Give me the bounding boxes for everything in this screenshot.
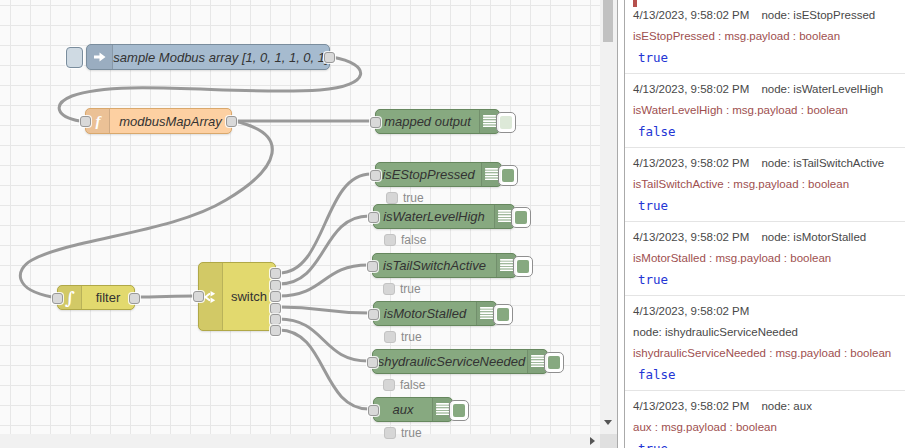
scroll-down-arrow-icon[interactable]: [604, 420, 612, 425]
debug-value[interactable]: true: [633, 269, 897, 290]
node-label: filter: [82, 286, 134, 309]
node-status: true: [383, 282, 421, 296]
debug-property-path: ishydraulicServiceNeeded : msg.payload :…: [633, 343, 897, 364]
debug-list-icon: [494, 205, 514, 228]
node-label: isTailSwitchActive: [373, 254, 496, 277]
debug-timestamp: 4/13/2023, 9:58:02 PM: [633, 79, 749, 100]
debug-messages: 4/13/2023, 9:58:02 PMnode: isEStopPresse…: [625, 0, 905, 448]
node-debug-ishydraulicServiceNeeded[interactable]: ishydraulicServiceNeededfalse: [372, 349, 548, 374]
debug-timestamp: 4/13/2023, 9:58:02 PM: [633, 227, 749, 248]
status-badge-icon: [384, 234, 396, 246]
output-port-2[interactable]: [270, 280, 281, 291]
input-port[interactable]: [193, 291, 204, 302]
debug-list-icon: [527, 350, 547, 373]
debug-value[interactable]: true: [633, 438, 897, 448]
debug-property-path: isWaterLevelHigh : msg.payload : boolean: [633, 100, 897, 121]
input-port[interactable]: [368, 212, 379, 223]
scrollbar-corner: [600, 434, 618, 448]
svg-text:∫: ∫: [65, 288, 75, 308]
output-port-1[interactable]: [270, 268, 281, 279]
input-port[interactable]: [368, 309, 379, 320]
debug-node-ref: node: isMotorStalled: [761, 227, 866, 248]
debug-list-icon: [432, 398, 452, 421]
input-port[interactable]: [367, 357, 378, 368]
node-debug-isEStopPressed[interactable]: isEStopPressedtrue: [375, 162, 502, 187]
wire-switch:4-to-debug-isMotorStalled[interactable]: [279, 307, 369, 313]
debug-message-header: 4/13/2023, 9:58:02 PMnode: isWaterLevelH…: [633, 79, 897, 100]
debug-scroll-marker: [633, 0, 637, 7]
debug-message-header: 4/13/2023, 9:58:02 PMnode: ishydraulicSe…: [633, 301, 897, 343]
debug-toggle-button[interactable]: [511, 207, 531, 228]
status-badge-icon: [384, 427, 396, 439]
debug-value[interactable]: false: [633, 121, 897, 142]
node-status: true: [386, 191, 424, 205]
node-label: modbusMapArray: [110, 109, 231, 133]
input-port[interactable]: [367, 261, 378, 272]
output-port-1[interactable]: [324, 52, 335, 63]
output-port-4[interactable]: [270, 303, 281, 314]
debug-value[interactable]: false: [633, 364, 897, 385]
node-debug-aux[interactable]: auxtrue: [373, 397, 453, 422]
input-port[interactable]: [370, 170, 381, 181]
output-port-5[interactable]: [270, 314, 281, 325]
debug-toggle-state: [502, 169, 514, 182]
vertical-scrollbar-thumb[interactable]: [603, 0, 613, 42]
debug-toggle-state: [500, 116, 512, 129]
flow-canvas[interactable]: sample Modbus array [1, 0, 1, 1, 0, 1]fm…: [0, 0, 618, 434]
output-port-6[interactable]: [270, 325, 281, 336]
debug-toggle-button[interactable]: [498, 165, 518, 186]
debug-property-path: isEStopPressed : msg.payload : boolean: [633, 26, 897, 47]
node-label: ishydraulicServiceNeeded: [373, 350, 527, 373]
status-badge-icon: [386, 192, 398, 204]
debug-toggle-button[interactable]: [496, 112, 516, 133]
inject-trigger-button[interactable]: [66, 47, 83, 68]
node-inject-sample[interactable]: sample Modbus array [1, 0, 1, 1, 0, 1]: [86, 44, 330, 70]
node-label: isWaterLevelHigh: [374, 205, 494, 228]
wire-switch:5-to-debug-ishydraulicServiceNeeded[interactable]: [279, 319, 368, 361]
debug-toggle-state: [497, 308, 509, 321]
status-text: false: [400, 378, 425, 392]
debug-message-header: 4/13/2023, 9:58:02 PMnode: isTailSwitchA…: [633, 153, 897, 174]
status-text: true: [400, 282, 421, 296]
input-port[interactable]: [368, 405, 379, 416]
node-debug-isWaterLevelHigh[interactable]: isWaterLevelHighfalse: [373, 204, 515, 229]
debug-message: 4/13/2023, 9:58:02 PMnode: isTailSwitchA…: [625, 148, 905, 222]
canvas-horizontal-scrollbar[interactable]: [0, 434, 600, 448]
debug-timestamp: 4/13/2023, 9:58:02 PM: [633, 396, 749, 417]
wire-filter-to-switch[interactable]: [137, 296, 194, 297]
debug-toggle-button[interactable]: [493, 304, 513, 325]
debug-toggle-button[interactable]: [513, 256, 533, 277]
debug-property-path: aux : msg.payload : boolean: [633, 417, 897, 438]
input-port[interactable]: [52, 293, 63, 304]
node-label: switch: [223, 263, 275, 330]
status-text: true: [401, 426, 422, 440]
node-debug-isMotorStalled[interactable]: isMotorStalledtrue: [373, 301, 497, 326]
input-port[interactable]: [370, 117, 381, 128]
canvas-vertical-scrollbar[interactable]: [600, 0, 617, 434]
status-badge-icon: [383, 283, 395, 295]
node-red-window: sample Modbus array [1, 0, 1, 1, 0, 1]fm…: [0, 0, 905, 448]
wire-switch:1-to-debug-isEStopPressed[interactable]: [279, 174, 371, 273]
inject-arrow-icon: [87, 45, 113, 69]
debug-toggle-button[interactable]: [449, 400, 469, 421]
debug-value[interactable]: true: [633, 195, 897, 216]
node-debug-isTailSwitchActive[interactable]: isTailSwitchActivetrue: [372, 253, 517, 278]
debug-sidebar[interactable]: 4/13/2023, 9:58:02 PMnode: isEStopPresse…: [625, 0, 905, 448]
node-filter[interactable]: ∫filter: [57, 285, 135, 310]
node-function-modbusMapArray[interactable]: fmodbusMapArray: [85, 108, 232, 134]
debug-value[interactable]: true: [633, 47, 897, 68]
debug-toggle-button[interactable]: [544, 352, 564, 373]
node-label: sample Modbus array [1, 0, 1, 1, 0, 1]: [113, 45, 329, 69]
node-debug-mapped-output[interactable]: mapped output: [375, 109, 500, 134]
scroll-right-arrow-icon[interactable]: [590, 437, 595, 445]
sidebar-resize-handle[interactable]: [617, 0, 625, 448]
node-label: isEStopPressed: [376, 163, 481, 186]
output-port-1[interactable]: [226, 116, 237, 127]
debug-node-ref: node: isTailSwitchActive: [761, 153, 884, 174]
input-port[interactable]: [80, 116, 91, 127]
debug-node-ref: node: isWaterLevelHigh: [761, 79, 883, 100]
output-port-3[interactable]: [270, 291, 281, 302]
node-switch[interactable]: switch: [198, 262, 276, 331]
debug-node-ref: node: ishydraulicServiceNeeded: [633, 322, 798, 343]
output-port-1[interactable]: [129, 293, 140, 304]
